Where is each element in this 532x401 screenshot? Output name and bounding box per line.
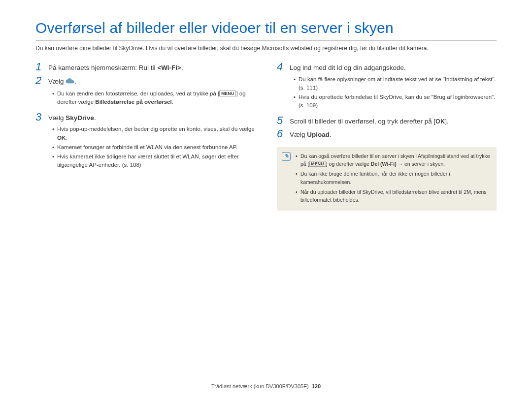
- page-number: 120: [312, 383, 321, 389]
- arrow-icon: →: [397, 161, 404, 167]
- step-3-pre: Vælg: [48, 114, 66, 122]
- step-5: 5 Scroll til billeder til overførsel, og…: [277, 115, 497, 127]
- content-columns: 1 På kameraets hjemmeskærm: Rul til <Wi-…: [35, 62, 497, 211]
- step-number: 6: [277, 128, 286, 139]
- step-1: 1 På kameraets hjemmeskærm: Rul til <Wi-…: [35, 62, 255, 73]
- list-item: Du kan ikke bruge denne funktion, når de…: [296, 170, 491, 186]
- step-6-text: Vælg Upload.: [290, 128, 332, 140]
- step-3-post: .: [94, 114, 96, 122]
- wifi-label: <Wi-Fi>: [157, 64, 181, 71]
- list-item: Når du uploader billeder til SkyDrive, v…: [296, 188, 491, 204]
- page-footer: Trådløst netværk (kun DV300F/DV305F) 120: [0, 383, 532, 389]
- step-3-text: Vælg SkyDrive.: [48, 112, 96, 123]
- step-number: 2: [35, 75, 44, 86]
- note-box: ✎ Du kan også overføre billeder til en s…: [277, 147, 497, 211]
- upload-label: Upload: [307, 131, 330, 138]
- step-1-text: På kameraets hjemmeskærm: Rul til <Wi-Fi…: [48, 62, 183, 73]
- step-number: 4: [277, 62, 286, 72]
- ok-label: OK: [57, 135, 66, 141]
- list-item: Kameraet forsøger at forbinde til et WLA…: [52, 143, 255, 152]
- step-4-bullets: Du kan få flere oplysninger om at indtas…: [277, 75, 497, 110]
- step-1-pre: På kameraets hjemmeskærm: Rul til: [48, 64, 157, 71]
- step-number: 1: [35, 62, 44, 72]
- intro-text: Du kan overføre dine billeder til SkyDri…: [35, 44, 497, 53]
- skydrive-label: SkyDrive: [66, 114, 94, 122]
- bullet-text: .: [172, 99, 173, 105]
- ok-icon: OK: [435, 117, 445, 126]
- note-icon: ✎: [282, 152, 291, 161]
- step-3: 3 Vælg SkyDrive.: [35, 112, 255, 123]
- note-text: en server i skyen.: [404, 161, 445, 167]
- step-number: 5: [277, 115, 286, 126]
- menu-icon: MENU: [219, 91, 236, 96]
- step-6-pre: Vælg: [290, 131, 307, 138]
- step-number: 3: [35, 112, 44, 123]
- title-divider: [35, 40, 497, 41]
- step-2-dot: .: [74, 78, 76, 85]
- list-item: Hvis du oprettede forbindelse til SkyDri…: [294, 93, 497, 110]
- list-item: Hvis pop-up-meddelelsen, der beder dig o…: [52, 125, 255, 142]
- step-2-text: Vælg .: [48, 75, 76, 88]
- menu-icon: MENU: [309, 161, 326, 167]
- step-2-bullets: Du kan ændre den fotostørrelse, der uplo…: [35, 90, 255, 107]
- list-item: Du kan ændre den fotostørrelse, der uplo…: [52, 90, 255, 107]
- bullet-text: .: [66, 135, 67, 141]
- step-2: 2 Vælg .: [35, 75, 255, 88]
- note-list: Du kan også overføre billeder til en ser…: [296, 152, 491, 206]
- note-icon-wrap: ✎: [282, 152, 291, 206]
- bullet-text: Du kan ændre den fotostørrelse, der uplo…: [57, 91, 219, 96]
- cloud-icon: [66, 77, 74, 88]
- bullet-text: Hvis pop-up-meddelelsen, der beder dig o…: [57, 126, 255, 132]
- step-1-post: .: [181, 64, 183, 71]
- footer-label: Trådløst netværk (kun DV300F/DV305F): [211, 383, 309, 389]
- step-5-pre: Scroll til billeder til overførsel, og t…: [290, 118, 435, 125]
- step-6-post: .: [330, 131, 332, 138]
- bullet-bold: Billedstørrelse på overførsel: [95, 99, 171, 105]
- step-4: 4 Log ind med dit id og din adgangskode.: [277, 62, 497, 73]
- step-2-label: Vælg: [48, 78, 66, 85]
- note-bold: Del (Wi-Fi): [371, 161, 397, 167]
- step-5-post: ].: [445, 118, 449, 125]
- list-item: Du kan også overføre billeder til en ser…: [296, 152, 491, 168]
- left-column: 1 På kameraets hjemmeskærm: Rul til <Wi-…: [35, 62, 255, 211]
- step-3-bullets: Hvis pop-up-meddelelsen, der beder dig o…: [35, 125, 255, 169]
- step-5-text: Scroll til billeder til overførsel, og t…: [290, 115, 449, 127]
- note-text: ] og derefter vælge: [326, 161, 371, 167]
- step-4-text: Log ind med dit id og din adgangskode.: [290, 62, 406, 73]
- step-6: 6 Vælg Upload.: [277, 128, 497, 140]
- list-item: Hvis kameraet ikke tidligere har været s…: [52, 153, 255, 170]
- page-title: Overførsel af billeder eller videoer til…: [35, 20, 497, 36]
- list-item: Du kan få flere oplysninger om at indtas…: [294, 75, 497, 93]
- right-column: 4 Log ind med dit id og din adgangskode.…: [277, 62, 497, 211]
